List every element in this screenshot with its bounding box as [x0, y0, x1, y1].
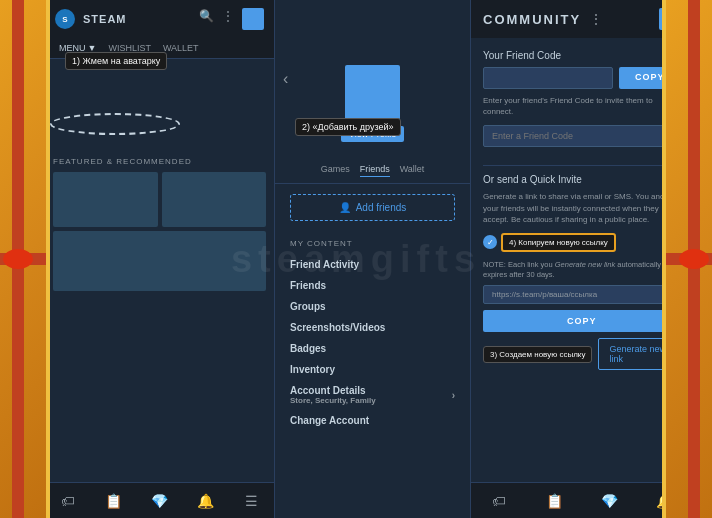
- featured-section: FEATURED & RECOMMENDED: [45, 149, 274, 299]
- community-bottom-tag-icon[interactable]: 🏷: [490, 492, 508, 510]
- account-label: Account Details: [290, 385, 376, 396]
- content-friend-activity[interactable]: Friend Activity: [290, 254, 455, 275]
- annotation-click-avatar: 1) Жмем на аватарку: [65, 52, 167, 70]
- steam-logo-text: S: [62, 15, 67, 24]
- featured-banner[interactable]: [53, 231, 266, 291]
- tab-games[interactable]: Games: [321, 162, 350, 177]
- divider: [483, 165, 681, 166]
- featured-label: FEATURED & RECOMMENDED: [53, 157, 266, 166]
- invite-copy-button[interactable]: COPY: [483, 310, 681, 332]
- bottom-list-icon[interactable]: 📋: [105, 492, 123, 510]
- steam-bottom-bar: 🏷 📋 💎 🔔 ☰: [45, 482, 274, 518]
- community-menu-icon[interactable]: ⋮: [589, 11, 603, 27]
- bottom-gem-icon[interactable]: 💎: [150, 492, 168, 510]
- add-friends-icon: 👤: [339, 202, 351, 213]
- community-panel: COMMUNITY ⋮ Your Friend Code COPY Enter …: [470, 0, 693, 518]
- steam-header: S STEAM 🔍 ⋮: [45, 0, 274, 38]
- main-container: S STEAM 🔍 ⋮ MENU ▼ WISHLIST WALLET: [45, 0, 667, 518]
- community-bottom-bar: 🏷 📋 💎 🔔: [471, 482, 693, 518]
- community-bottom-gem-icon[interactable]: 💎: [600, 492, 618, 510]
- featured-item-2[interactable]: [162, 172, 267, 227]
- quick-invite-desc: Generate a link to share via email or SM…: [483, 191, 681, 225]
- my-content-label: MY CONTENT: [290, 239, 455, 248]
- gift-bow: [3, 249, 33, 269]
- featured-items: [53, 172, 266, 227]
- friend-code-label: Your Friend Code: [483, 50, 681, 61]
- steam-title: STEAM: [83, 13, 127, 25]
- gift-decoration-left: [0, 0, 50, 518]
- generate-row: 3) Создаем новую ссылку Generate new lin…: [483, 338, 681, 370]
- content-change-account[interactable]: Change Account: [290, 410, 455, 431]
- steam-header-icons: 🔍 ⋮: [198, 8, 264, 30]
- user-avatar[interactable]: [242, 8, 264, 30]
- bottom-tag-icon[interactable]: 🏷: [59, 492, 77, 510]
- friend-code-input-row: COPY: [483, 67, 681, 89]
- bottom-menu-icon[interactable]: ☰: [242, 492, 260, 510]
- search-icon[interactable]: 🔍: [198, 8, 214, 24]
- tab-friends[interactable]: Friends: [360, 162, 390, 177]
- content-inventory[interactable]: Inventory: [290, 359, 455, 380]
- steam-client-panel: S STEAM 🔍 ⋮ MENU ▼ WISHLIST WALLET: [45, 0, 275, 518]
- quick-invite-title: Or send a Quick Invite: [483, 174, 681, 185]
- content-groups[interactable]: Groups: [290, 296, 455, 317]
- tab-wallet[interactable]: Wallet: [400, 162, 425, 177]
- profile-avatar[interactable]: [345, 65, 400, 120]
- community-bottom-list-icon[interactable]: 📋: [545, 492, 563, 510]
- content-screenshots[interactable]: Screenshots/Videos: [290, 317, 455, 338]
- annotation-add-friends: 2) «Добавить друзей»: [295, 118, 401, 136]
- back-arrow-icon[interactable]: ‹: [283, 70, 288, 88]
- steam-logo: S: [55, 9, 75, 29]
- friend-code-desc: Enter your friend's Friend Code to invit…: [483, 95, 681, 117]
- annotation-copy-link: 4) Копируем новую ссылку: [501, 233, 616, 252]
- annotation-generate-link: 3) Создаем новую ссылку: [483, 346, 592, 363]
- add-friends-button[interactable]: 👤 Add friends: [290, 194, 455, 221]
- more-icon[interactable]: ⋮: [220, 8, 236, 24]
- content-account-details[interactable]: Account Details Store, Security, Family …: [290, 380, 455, 410]
- friend-code-input[interactable]: [483, 67, 613, 89]
- annotation-4-wrapper: ✓ 4) Копируем новую ссылку: [483, 233, 681, 252]
- profile-tabs: Games Friends Wallet: [275, 156, 470, 184]
- bottom-bell-icon[interactable]: 🔔: [196, 492, 214, 510]
- check-icon: ✓: [483, 235, 497, 249]
- friend-code-section: Your Friend Code COPY Enter your friend'…: [471, 38, 693, 386]
- content-friends[interactable]: Friends: [290, 275, 455, 296]
- content-badges[interactable]: Badges: [290, 338, 455, 359]
- featured-item-1[interactable]: [53, 172, 158, 227]
- invite-link-url: https://s.team/p/ваша/ссылка: [483, 285, 681, 304]
- community-header: COMMUNITY ⋮: [471, 0, 693, 38]
- enter-friend-code-input[interactable]: [483, 125, 681, 147]
- gift-decoration-right: [662, 0, 712, 518]
- community-title: COMMUNITY: [483, 12, 581, 27]
- add-friends-panel: ‹ View Profile 2) «Добавить друзей» Game…: [275, 0, 470, 518]
- chevron-right-icon: ›: [452, 390, 455, 401]
- my-content-section: MY CONTENT Friend Activity Friends Group…: [275, 231, 470, 439]
- account-sub: Store, Security, Family: [290, 396, 376, 405]
- quick-invite-note: NOTE: Each link you Generate new link au…: [483, 260, 681, 280]
- gift-bow-r: [679, 249, 709, 269]
